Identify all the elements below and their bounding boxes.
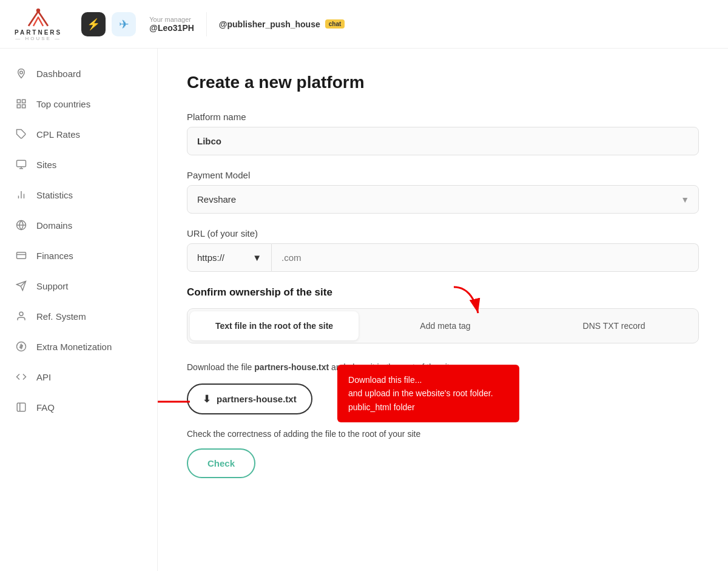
sidebar-item-sites[interactable]: Sites: [0, 149, 157, 180]
layout: Dashboard Top countries CPL Rates Sites …: [0, 49, 728, 571]
ownership-section: Confirm ownership of the site Text file …: [187, 286, 699, 478]
sidebar-label-sites: Sites: [36, 160, 56, 170]
location-icon: [15, 67, 28, 80]
faq-icon: [15, 400, 28, 414]
logo-sub: — HOUSE —: [15, 36, 61, 41]
sidebar-label-cpl-rates: CPL Rates: [36, 129, 80, 140]
sidebar-label-support: Support: [36, 281, 69, 291]
download-button[interactable]: ⬇ partners-house.txt: [187, 383, 312, 414]
platform-name-label: Platform name: [187, 112, 699, 122]
protocol-text: https://: [197, 252, 224, 263]
sidebar-item-api[interactable]: API: [0, 362, 157, 392]
monitor-icon: [15, 158, 28, 171]
code-icon: [15, 370, 28, 383]
payment-model-section: Payment Model Revshare CPA CPL ▼: [187, 170, 699, 214]
download-description: Download the file partners-house.txt and…: [187, 360, 699, 374]
sidebar-item-domains[interactable]: Domains: [0, 210, 157, 240]
sidebar-label-ref-system: Ref. System: [36, 311, 86, 322]
page-title: Create a new platform: [187, 73, 699, 92]
notifications-button[interactable]: ⚡: [81, 12, 106, 36]
platform-name-input[interactable]: [187, 127, 699, 155]
download-section: ⬇ partners-house.txt Download this file.…: [187, 383, 312, 414]
sidebar-label-dashboard: Dashboard: [36, 69, 81, 79]
download-icon: ⬇: [203, 393, 211, 405]
url-label: URL (of your site): [187, 228, 699, 238]
svg-rect-3: [22, 100, 25, 103]
red-arrow-to-button: [158, 390, 193, 414]
sidebar-label-extra-monetization: Extra Monetization: [36, 342, 112, 352]
check-description: Check the correctness of adding the file…: [187, 429, 699, 439]
sidebar-item-faq[interactable]: FAQ: [0, 392, 157, 422]
header: PARTNERS — HOUSE — ⚡ ✈ Your manager @Leo…: [0, 0, 728, 49]
send-icon: [15, 279, 28, 292]
download-btn-label: partners-house.txt: [217, 394, 297, 404]
svg-point-18: [19, 312, 23, 316]
tab-dns-txt[interactable]: DNS TXT record: [530, 309, 698, 343]
manager-label: Your manager: [149, 16, 194, 23]
sidebar-item-finances[interactable]: Finances: [0, 240, 157, 271]
sidebar-label-finances: Finances: [36, 251, 73, 261]
telegram-icon: ✈: [119, 17, 129, 32]
url-domain-input[interactable]: [272, 243, 699, 272]
sidebar-label-api: API: [36, 372, 51, 382]
bolt-icon: ⚡: [87, 18, 100, 31]
globe-icon: [15, 218, 28, 232]
svg-rect-5: [22, 105, 25, 108]
tooltip-line2: and upload in the website's root folder.: [348, 387, 508, 400]
chat-badge: chat: [325, 19, 345, 29]
grid-icon: [15, 97, 28, 110]
sidebar-item-dashboard[interactable]: Dashboard: [0, 58, 157, 89]
logo: PARTNERS — HOUSE —: [15, 7, 62, 41]
url-row: https:// ▼: [187, 243, 699, 272]
manager-info: Your manager @Leo31PH: [149, 16, 194, 33]
sidebar-label-domains: Domains: [36, 220, 72, 231]
sidebar-item-top-countries[interactable]: Top countries: [0, 89, 157, 119]
svg-rect-20: [17, 403, 25, 411]
download-filename: partners-house.txt: [254, 362, 329, 372]
publisher-name: @publisher_push_house: [219, 19, 320, 29]
sidebar-item-extra-monetization[interactable]: Extra Monetization: [0, 331, 157, 362]
sidebar-item-statistics[interactable]: Statistics: [0, 180, 157, 210]
svg-rect-4: [17, 105, 20, 108]
svg-point-1: [20, 71, 23, 74]
header-icons: ⚡ ✈ Your manager @Leo31PH: [81, 12, 194, 36]
payment-model-select[interactable]: Revshare CPA CPL: [187, 185, 699, 214]
tabs-container: Text file in the root of the site Add me…: [187, 308, 699, 343]
main-content: Create a new platform Platform name Paym…: [158, 49, 728, 571]
svg-point-0: [36, 8, 40, 12]
bar-chart-icon: [15, 188, 28, 201]
red-arrow-to-tab: [442, 284, 490, 320]
sidebar-label-statistics: Statistics: [36, 190, 73, 200]
sidebar-label-faq: FAQ: [36, 402, 55, 413]
tooltip-line1: Download this file...: [348, 373, 508, 387]
sidebar-item-ref-system[interactable]: Ref. System: [0, 301, 157, 331]
sidebar-item-cpl-rates[interactable]: CPL Rates: [0, 119, 157, 149]
platform-name-section: Platform name: [187, 112, 699, 155]
publisher-section: @publisher_push_house chat: [219, 19, 345, 29]
coin-icon: [15, 340, 28, 353]
logo-brand: PARTNERS: [15, 29, 62, 36]
user-icon: [15, 309, 28, 323]
payment-model-label: Payment Model: [187, 170, 699, 180]
sidebar-item-support[interactable]: Support: [0, 271, 157, 301]
sidebar: Dashboard Top countries CPL Rates Sites …: [0, 49, 158, 571]
tooltip-line3: public_html folder: [348, 400, 508, 414]
finances-icon: [15, 249, 28, 262]
svg-rect-7: [17, 160, 26, 167]
payment-model-wrapper: Revshare CPA CPL ▼: [187, 185, 699, 214]
sidebar-label-top-countries: Top countries: [36, 99, 90, 109]
svg-rect-15: [17, 252, 26, 259]
header-divider: [206, 12, 207, 36]
url-section: URL (of your site) https:// ▼: [187, 228, 699, 272]
tab-text-file[interactable]: Text file in the root of the site: [190, 311, 359, 340]
check-button[interactable]: Check: [187, 448, 255, 478]
tag-icon: [15, 127, 28, 141]
protocol-chevron-icon: ▼: [252, 252, 261, 263]
manager-name: @Leo31PH: [149, 23, 194, 33]
url-protocol-selector[interactable]: https:// ▼: [187, 243, 272, 272]
svg-rect-2: [17, 100, 20, 103]
telegram-button[interactable]: ✈: [112, 12, 136, 36]
